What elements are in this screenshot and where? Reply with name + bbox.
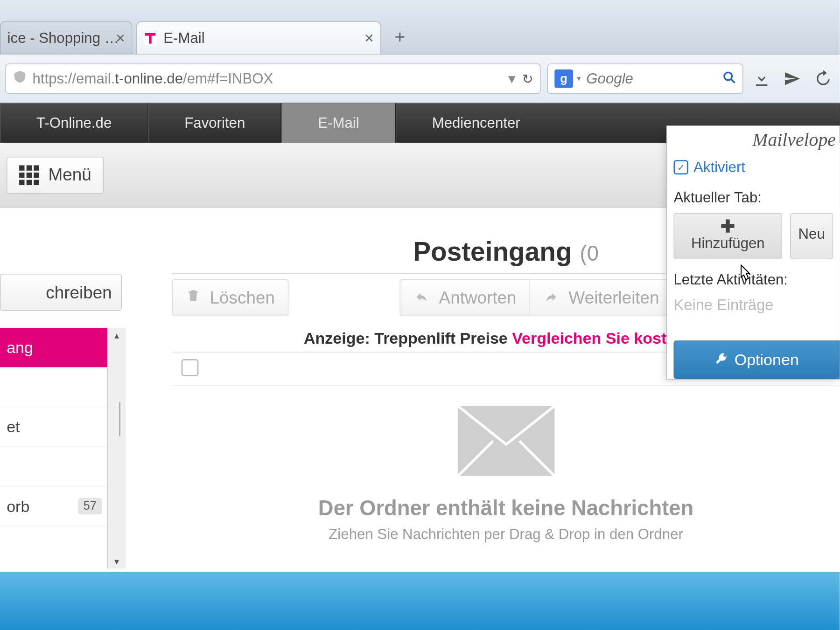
folder-sent[interactable] xyxy=(0,367,107,407)
delete-button[interactable]: Löschen xyxy=(172,279,289,316)
search-icon[interactable] xyxy=(722,70,735,87)
url-text-suffix: /em#f=INBOX xyxy=(183,70,273,87)
folder-heading: Posteingang xyxy=(413,237,572,267)
nav-email[interactable]: E-Mail xyxy=(281,103,395,143)
reload-site-label: Neu xyxy=(798,226,825,242)
reply-button[interactable]: Antworten xyxy=(400,279,530,316)
empty-subtitle: Ziehen Sie Nachrichten per Drag & Drop i… xyxy=(172,526,840,543)
menu-button[interactable]: Menü xyxy=(7,156,104,193)
sidebar: chreiben ang et orb 57 ▴ ▾ xyxy=(0,208,126,568)
empty-state: Der Ordner enthält keine Nachrichten Zie… xyxy=(172,386,840,543)
close-icon[interactable]: ✕ xyxy=(364,31,374,46)
nav-t-online[interactable]: T-Online.de xyxy=(0,103,148,143)
tab-title: ice - Shopping … xyxy=(7,29,119,47)
popup-recent-label: Letzte Aktivitäten: xyxy=(667,264,840,295)
compose-label: chreiben xyxy=(46,282,112,303)
popup-button-row: ✚ Hinzufügen Neu xyxy=(667,213,840,265)
folder-trash[interactable]: orb 57 xyxy=(0,487,107,526)
folder-badge: 57 xyxy=(78,498,102,514)
add-site-label: Hinzufügen xyxy=(691,235,765,251)
nav-favoriten[interactable]: Favoriten xyxy=(148,103,281,143)
popup-recent-empty: Keine Einträge xyxy=(667,295,840,340)
forward-icon xyxy=(544,287,560,308)
svg-point-3 xyxy=(724,72,732,80)
popup-status-label: Aktiviert xyxy=(693,159,745,176)
close-icon[interactable]: ✕ xyxy=(115,31,125,46)
options-label: Optionen xyxy=(735,351,799,369)
search-engine-dropdown-icon[interactable]: ▾ xyxy=(577,74,581,83)
url-text-prefix: https://email. xyxy=(32,70,115,87)
scroll-thumb[interactable] xyxy=(119,402,120,436)
browser-tabstrip: ice - Shopping … ✕ E-Mail ✕ + xyxy=(0,0,840,54)
compose-button[interactable]: chreiben xyxy=(0,274,122,311)
select-all-checkbox[interactable] xyxy=(182,359,199,376)
reply-icon xyxy=(414,287,430,308)
popup-brand: Mailvelope xyxy=(667,125,840,152)
folder-list: ang et orb 57 xyxy=(0,328,107,568)
google-icon: g xyxy=(554,69,573,88)
folder-inbox[interactable]: ang xyxy=(0,328,107,367)
svg-line-4 xyxy=(731,79,735,83)
forward-label: Weiterleiten xyxy=(569,287,659,308)
folder-label: et xyxy=(7,417,20,436)
url-bar-row: https://email.t-online.de/em#f=INBOX ▾ ↻… xyxy=(0,54,840,103)
options-button[interactable]: Optionen xyxy=(674,340,840,379)
envelope-icon xyxy=(172,405,840,480)
add-site-button[interactable]: ✚ Hinzufügen xyxy=(674,213,783,259)
downloads-icon[interactable] xyxy=(750,70,774,87)
history-icon[interactable] xyxy=(811,70,834,87)
mailvelope-popup: Mailvelope ✓ Aktiviert Aktueller Tab: ✚ … xyxy=(666,125,840,380)
send-icon[interactable] xyxy=(780,70,804,87)
footer-gradient xyxy=(0,571,840,630)
svg-rect-2 xyxy=(145,33,156,35)
reply-label: Antworten xyxy=(439,287,517,308)
browser-tab-inactive[interactable]: ice - Shopping … ✕ xyxy=(0,21,133,54)
search-field[interactable]: g ▾ xyxy=(547,63,743,94)
popup-status[interactable]: ✓ Aktiviert xyxy=(667,152,840,182)
folder-label: orb xyxy=(7,497,29,516)
tab-title: E-Mail xyxy=(163,29,204,47)
ad-prefix: Anzeige: Treppenlift Preise xyxy=(304,329,508,347)
menu-label: Menü xyxy=(49,165,91,185)
wrench-icon xyxy=(714,351,728,369)
telekom-icon xyxy=(144,31,157,44)
browser-tab-active[interactable]: E-Mail ✕ xyxy=(136,21,381,54)
delete-label: Löschen xyxy=(210,287,275,308)
folder-spam[interactable] xyxy=(0,447,107,487)
check-icon: ✓ xyxy=(674,160,688,174)
folder-label: ang xyxy=(7,338,33,357)
reload-site-button[interactable]: Neu xyxy=(790,213,833,259)
grid-icon xyxy=(19,165,39,185)
folder-count: (0 xyxy=(580,242,599,266)
plus-icon: ✚ xyxy=(674,218,782,235)
scroll-up-icon[interactable]: ▴ xyxy=(114,328,119,342)
sidebar-scrollbar[interactable]: ▴ ▾ xyxy=(107,328,126,568)
popup-current-tab-label: Aktueller Tab: xyxy=(667,182,840,213)
folder-list-wrap: ang et orb 57 ▴ ▾ xyxy=(0,328,126,568)
reload-icon[interactable]: ↻ xyxy=(522,71,533,87)
new-tab-button[interactable]: + xyxy=(385,27,414,55)
url-dropdown-icon[interactable]: ▾ xyxy=(508,70,516,87)
url-text-host: t-online.de xyxy=(115,70,183,87)
url-field[interactable]: https://email.t-online.de/em#f=INBOX ▾ ↻ xyxy=(5,63,540,94)
empty-title: Der Ordner enthält keine Nachrichten xyxy=(172,496,840,520)
forward-button[interactable]: Weiterleiten xyxy=(530,279,673,316)
folder-drafts[interactable]: et xyxy=(0,407,107,447)
trash-icon xyxy=(186,287,200,309)
scroll-down-icon[interactable]: ▾ xyxy=(114,554,119,568)
search-input[interactable] xyxy=(586,70,692,87)
site-identity-icon[interactable] xyxy=(13,69,27,88)
